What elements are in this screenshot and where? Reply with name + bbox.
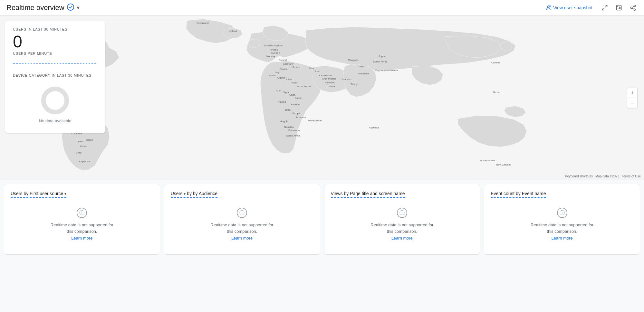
svg-text:Nigeria: Nigeria [278, 100, 286, 103]
card-1-title-row: Users by First user source ▾ [11, 191, 153, 196]
card-users-first-source: Users by First user source ▾ ⓘ Realtime … [4, 184, 160, 255]
donut-chart: No data available [13, 81, 97, 127]
edit-chart-button[interactable] [614, 3, 623, 12]
terms-of-use-link[interactable]: Terms of Use [622, 175, 641, 178]
card-2-dropdown-icon[interactable]: ▾ [184, 192, 186, 196]
svg-text:Iran: Iran [315, 70, 320, 73]
card-1-dropdown-icon[interactable]: ▾ [64, 192, 66, 196]
svg-text:Peru: Peru [78, 140, 83, 143]
svg-text:Saudi Arabia: Saudi Arabia [296, 85, 311, 88]
svg-text:Botswana: Botswana [288, 129, 300, 132]
zoom-in-button[interactable]: + [627, 88, 637, 98]
info-icon: ⓘ [557, 208, 567, 218]
cards-section: Users by First user source ▾ ⓘ Realtime … [0, 180, 644, 255]
card-2-title-row: Users ▾ by by Audience [171, 191, 313, 196]
users-per-minute-label: USERS PER MINUTE [13, 52, 97, 55]
realtime-widget: USERS IN LAST 30 MINUTES 0 USERS PER MIN… [5, 21, 105, 133]
svg-text:Angola: Angola [280, 120, 288, 123]
svg-text:Namibia: Namibia [284, 126, 294, 128]
map-footer: Keyboard shortcuts Map data ©2023 Terms … [565, 175, 641, 178]
card-1-title[interactable]: Users by First user source ▾ [11, 191, 66, 198]
svg-text:Canada: Canada [491, 61, 501, 64]
svg-text:Mexico: Mexico [493, 91, 501, 94]
toolbar-right: View user snapshot [543, 3, 638, 12]
svg-point-11 [634, 5, 636, 7]
svg-text:France: France [280, 68, 288, 71]
zoom-out-button[interactable]: − [627, 98, 637, 108]
card-1-content: ⓘ Realtime data is not supported for thi… [11, 202, 153, 247]
svg-text:Afghanistan: Afghanistan [322, 77, 336, 80]
svg-text:Ethiopia: Ethiopia [291, 103, 300, 106]
svg-text:Iceland: Iceland [229, 30, 237, 33]
learn-more-link[interactable]: Learn more [551, 236, 572, 241]
svg-text:Ukraine: Ukraine [292, 66, 301, 69]
toolbar-left: Realtime overview ▾ [6, 4, 80, 12]
svg-line-6 [602, 8, 604, 10]
view-snapshot-button[interactable]: View user snapshot [543, 4, 595, 12]
svg-line-14 [632, 8, 634, 9]
svg-text:Türkiye: Türkiye [351, 83, 359, 86]
svg-text:Argentina: Argentina [79, 160, 90, 163]
svg-text:Sweden: Sweden [271, 52, 280, 54]
svg-text:Kenya: Kenya [293, 112, 300, 115]
svg-text:Madagascar: Madagascar [308, 119, 322, 122]
svg-point-77 [43, 89, 67, 112]
title-dropdown-icon[interactable]: ▾ [77, 4, 80, 11]
svg-text:India: India [329, 85, 335, 88]
svg-text:China: China [358, 65, 364, 68]
not-supported-text: Realtime data is not supported for this … [370, 222, 434, 234]
svg-text:Algeria: Algeria [277, 76, 285, 79]
status-check-icon [67, 4, 74, 12]
svg-text:New Zealand: New Zealand [496, 163, 511, 166]
card-2-title[interactable]: Users ▾ by by Audience [171, 191, 217, 198]
card-2-content: ⓘ Realtime data is not supported for thi… [171, 202, 313, 247]
device-category-label: DEVICE CATEGORY IN LAST 30 MINUTES [13, 73, 97, 77]
view-snapshot-label: View user snapshot [553, 5, 592, 10]
card-3-title[interactable]: Views by Page title and screen name [331, 191, 405, 198]
card-4-title-row: Event count by Event name [491, 191, 633, 196]
card-views-page-title: Views by Page title and screen name ⓘ Re… [324, 184, 480, 255]
learn-more-link[interactable]: Learn more [71, 236, 92, 241]
share-button[interactable] [629, 3, 638, 12]
svg-text:Indonesia: Indonesia [358, 72, 370, 75]
svg-text:Tanzania: Tanzania [296, 116, 306, 119]
svg-text:Sudan: Sudan [295, 97, 302, 99]
card-3-title-row: Views by Page title and screen name [331, 191, 474, 196]
svg-text:Finland: Finland [270, 48, 278, 51]
not-supported-text: Realtime data is not supported for this … [530, 222, 594, 234]
svg-text:South Korea: South Korea [373, 60, 388, 63]
not-supported-text: Realtime data is not supported for this … [210, 222, 274, 234]
svg-text:Chad: Chad [289, 93, 295, 96]
page-title: Realtime overview [6, 4, 64, 12]
svg-text:Japan: Japan [379, 55, 386, 58]
svg-point-0 [67, 4, 74, 10]
card-4-title[interactable]: Event count by Event name [491, 191, 546, 198]
svg-text:Libya: Libya [286, 78, 293, 81]
svg-text:Bolivia: Bolivia [80, 145, 88, 148]
toolbar: Realtime overview ▾ View user snapshot [0, 0, 644, 16]
svg-text:United Kingdom: United Kingdom [264, 44, 283, 47]
svg-text:Australia: Australia [369, 126, 379, 129]
map-container: Canada United States Mexico Greenland Ic… [0, 16, 644, 180]
svg-text:DRC: DRC [285, 109, 291, 111]
svg-point-12 [631, 7, 632, 9]
info-icon: ⓘ [237, 208, 247, 218]
card-users-audience: Users ▾ by by Audience ⓘ Realtime data i… [164, 184, 320, 255]
users-count: 0 [13, 33, 97, 51]
svg-point-13 [634, 9, 636, 10]
svg-text:Pakistan: Pakistan [325, 81, 335, 84]
svg-text:Greenland: Greenland [197, 22, 208, 24]
keyboard-shortcuts-link[interactable]: Keyboard shortcuts [565, 175, 593, 178]
svg-text:Norway: Norway [266, 55, 275, 58]
svg-text:South Africa: South Africa [286, 134, 300, 137]
map-data-label: Map data ©2023 [595, 175, 619, 178]
not-supported-text: Realtime data is not supported for this … [50, 222, 114, 234]
info-icon: ⓘ [77, 208, 87, 218]
svg-text:Mongolia: Mongolia [348, 59, 359, 61]
card-4-content: ⓘ Realtime data is not supported for thi… [491, 202, 633, 247]
svg-line-15 [632, 6, 634, 7]
learn-more-link[interactable]: Learn more [391, 236, 413, 241]
svg-text:Papua New Guinea: Papua New Guinea [375, 69, 398, 72]
fullscreen-button[interactable] [600, 3, 609, 12]
learn-more-link[interactable]: Learn more [231, 236, 253, 241]
